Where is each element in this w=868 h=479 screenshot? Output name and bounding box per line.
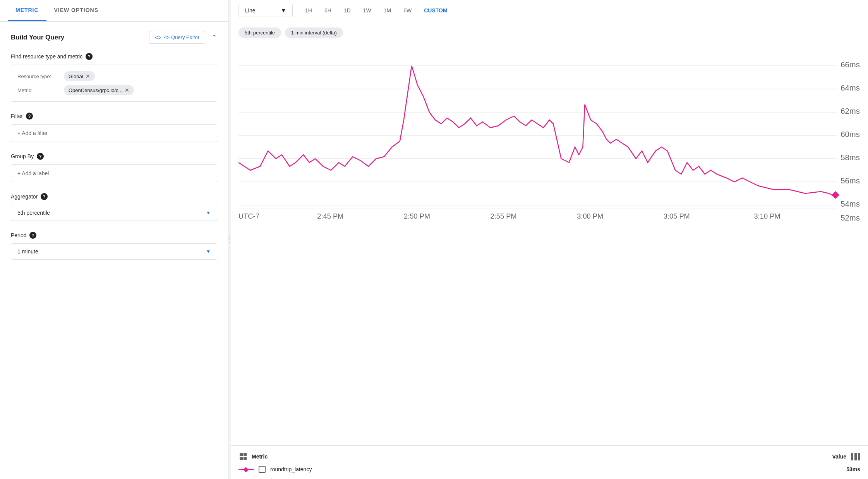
svg-rect-28 xyxy=(851,453,853,460)
build-query-header: Build Your Query <> <> Query Editor ⌃ xyxy=(11,31,217,44)
period-label: Period ? xyxy=(11,232,217,239)
legend-row: roundtrip_latency 53ms xyxy=(238,466,860,473)
time-range-custom[interactable]: CUSTOM xyxy=(418,4,453,17)
svg-text:3:10 PM: 3:10 PM xyxy=(754,212,781,220)
legend-section: Metric Value roundtrip xyxy=(231,445,868,479)
chart-line xyxy=(238,66,837,197)
filter-label: Filter ? xyxy=(11,113,217,120)
svg-rect-26 xyxy=(240,457,243,460)
chart-toolbar: Line ▼ 1H 6H 1D 1W 1M 6W CUSTOM xyxy=(231,0,868,21)
filter-help-icon[interactable]: ? xyxy=(26,113,33,120)
svg-text:UTC-7: UTC-7 xyxy=(238,212,259,220)
legend-line-icon xyxy=(238,466,254,472)
svg-text:64ms: 64ms xyxy=(841,84,860,92)
aggregator-help-icon[interactable]: ? xyxy=(41,193,48,200)
left-panel: METRIC VIEW OPTIONS Build Your Query <> … xyxy=(0,0,228,479)
metric-close-icon[interactable]: ✕ xyxy=(125,87,129,93)
time-range-6h[interactable]: 6H xyxy=(318,4,338,17)
period-dropdown-arrow: ▼ xyxy=(206,249,211,254)
time-range-6w[interactable]: 6W xyxy=(397,4,418,17)
period-select[interactable]: 1 minute ▼ xyxy=(11,243,217,260)
svg-text:58ms: 58ms xyxy=(841,153,860,162)
legend-checkbox[interactable] xyxy=(259,466,266,473)
resource-type-row: Resource type: Global ✕ xyxy=(17,71,211,81)
add-label-input[interactable]: + Add a label xyxy=(11,164,217,182)
svg-rect-32 xyxy=(243,467,249,472)
chart-wrapper: 66ms 64ms 62ms 60ms 58ms 56ms 54ms 52ms … xyxy=(238,43,860,445)
period-section: Period ? 1 minute ▼ xyxy=(11,232,217,260)
aggregator-label: Aggregator ? xyxy=(11,193,217,200)
group-by-section: Group By ? + Add a label xyxy=(11,153,217,182)
group-by-help-icon[interactable]: ? xyxy=(37,153,44,160)
aggregator-section: Aggregator ? 5th percentile ▼ xyxy=(11,193,217,221)
pill-percentile[interactable]: 5th percentile xyxy=(238,27,281,38)
query-editor-label: <> Query Editor xyxy=(164,34,199,40)
line-chart: 66ms 64ms 62ms 60ms 58ms 56ms 54ms 52ms … xyxy=(238,43,860,228)
resource-type-label: Resource type: xyxy=(17,74,60,79)
chart-type-select[interactable]: Line ▼ xyxy=(238,4,293,17)
chart-pills: 5th percentile 1 min interval (delta) xyxy=(238,27,860,38)
resource-type-close-icon[interactable]: ✕ xyxy=(86,73,90,79)
legend-header-right: Value xyxy=(832,453,860,460)
time-range-1h[interactable]: 1H xyxy=(299,4,318,17)
aggregator-dropdown-arrow: ▼ xyxy=(206,210,211,216)
add-filter-input[interactable]: + Add a filter xyxy=(11,124,217,142)
find-resource-section: Find resource type and metric ? Resource… xyxy=(11,53,217,102)
svg-text:56ms: 56ms xyxy=(841,176,860,185)
svg-text:60ms: 60ms xyxy=(841,130,860,139)
group-by-label: Group By ? xyxy=(11,153,217,160)
svg-rect-29 xyxy=(854,453,857,460)
svg-text:62ms: 62ms xyxy=(841,107,860,115)
chart-area: 5th percentile 1 min interval (delta) 66… xyxy=(231,21,868,445)
chart-type-value: Line xyxy=(245,7,255,14)
svg-rect-23 xyxy=(832,191,839,199)
resource-type-chip[interactable]: Global ✕ xyxy=(64,71,95,81)
svg-text:3:00 PM: 3:00 PM xyxy=(577,212,603,220)
legend-value-header: Value xyxy=(832,453,846,460)
query-editor-button[interactable]: <> <> Query Editor xyxy=(149,31,205,44)
filter-section: Filter ? + Add a filter xyxy=(11,113,217,142)
time-range-1d[interactable]: 1D xyxy=(338,4,357,17)
metric-row: Metric: OpenCensus/grpc.io/c... ✕ xyxy=(17,85,211,95)
right-panel: Line ▼ 1H 6H 1D 1W 1M 6W CUSTOM 5th perc… xyxy=(231,0,868,479)
legend-header-left: Metric xyxy=(238,452,268,461)
time-range-1w[interactable]: 1W xyxy=(357,4,377,17)
find-resource-help-icon[interactable]: ? xyxy=(86,53,93,60)
aggregator-select[interactable]: 5th percentile ▼ xyxy=(11,205,217,221)
pill-interval[interactable]: 1 min interval (delta) xyxy=(285,27,343,38)
svg-rect-25 xyxy=(244,453,247,456)
metric-label: Metric: xyxy=(17,87,60,93)
svg-text:2:55 PM: 2:55 PM xyxy=(491,212,517,220)
svg-rect-27 xyxy=(244,457,247,460)
legend-metric-value: 53ms xyxy=(837,466,860,472)
svg-text:2:45 PM: 2:45 PM xyxy=(317,212,343,220)
tab-view-options[interactable]: VIEW OPTIONS xyxy=(46,0,106,21)
svg-text:3:05 PM: 3:05 PM xyxy=(664,212,690,220)
svg-text:52ms: 52ms xyxy=(841,214,860,222)
resource-metric-box: Resource type: Global ✕ Metric: OpenCens… xyxy=(11,65,217,102)
chart-type-arrow: ▼ xyxy=(281,7,286,14)
svg-rect-30 xyxy=(858,453,860,460)
tab-metric[interactable]: METRIC xyxy=(8,0,46,21)
svg-text:54ms: 54ms xyxy=(841,200,860,208)
legend-metric-header: Metric xyxy=(252,453,268,460)
find-resource-label: Find resource type and metric ? xyxy=(11,53,217,60)
panel-content: Build Your Query <> <> Query Editor ⌃ Fi… xyxy=(0,22,228,479)
tabs: METRIC VIEW OPTIONS xyxy=(0,0,228,22)
columns-icon[interactable] xyxy=(851,453,860,460)
legend-header: Metric Value xyxy=(238,452,860,461)
legend-metric-name: roundtrip_latency xyxy=(270,466,832,472)
svg-rect-24 xyxy=(240,453,243,456)
period-help-icon[interactable]: ? xyxy=(29,232,36,239)
legend-grid-icon xyxy=(238,452,248,461)
build-query-title: Build Your Query xyxy=(11,34,64,41)
collapse-button[interactable]: ⌃ xyxy=(211,33,217,42)
code-icon: <> xyxy=(155,34,162,41)
time-range-1m[interactable]: 1M xyxy=(377,4,397,17)
svg-text:66ms: 66ms xyxy=(841,60,860,69)
svg-text:2:50 PM: 2:50 PM xyxy=(404,212,430,220)
metric-chip[interactable]: OpenCensus/grpc.io/c... ✕ xyxy=(64,85,134,95)
